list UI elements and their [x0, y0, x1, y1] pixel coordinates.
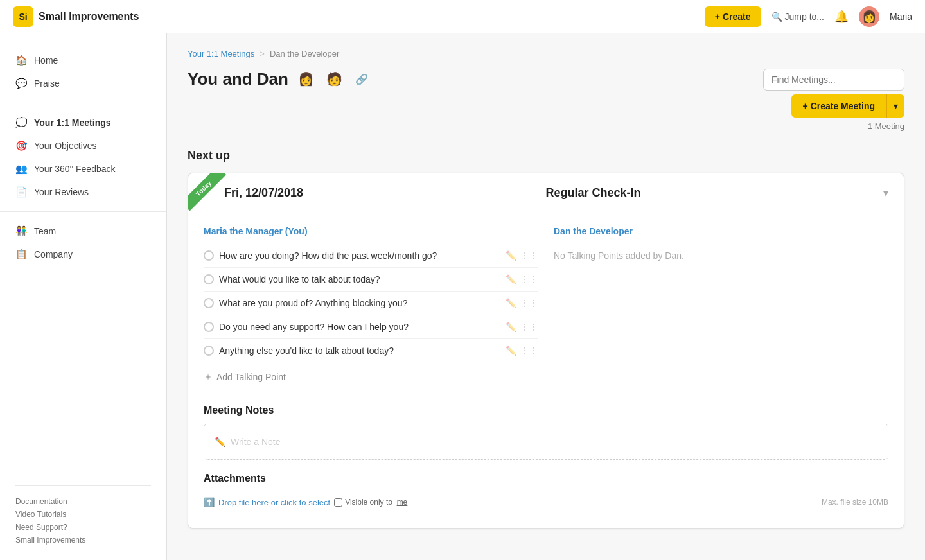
brand-section: Si Small Improvements	[13, 6, 139, 27]
page-title: You and Dan	[188, 69, 288, 89]
drag-icon-1[interactable]: ⋮⋮	[520, 274, 538, 284]
footer-link-video-tutorials[interactable]: Video Tutorials	[15, 510, 151, 519]
page-title-row: You and Dan 👩 🧑 🔗	[188, 69, 368, 89]
breadcrumb: Your 1:1 Meetings > Dan the Developer	[188, 49, 904, 58]
drop-file-label[interactable]: Drop file here or click to select	[218, 498, 330, 507]
sidebar-icon-reviews: 📄	[15, 186, 28, 198]
footer-link-documentation[interactable]: Documentation	[15, 497, 151, 506]
drag-icon-4[interactable]: ⋮⋮	[520, 346, 538, 356]
sidebar-item-reviews[interactable]: 📄Your Reviews	[0, 180, 166, 204]
meeting-card-header: Today Fri, 12/07/2018 Regular Check-In ▾	[188, 173, 904, 213]
sidebar-icon-home: 🏠	[15, 55, 28, 66]
user-avatar[interactable]: 👩	[859, 6, 879, 27]
today-badge: Today	[188, 173, 226, 211]
meeting-count: 1 Meeting	[868, 121, 904, 131]
create-meeting-wrapper: + Create Meeting ▾	[791, 94, 904, 118]
drag-icon-2[interactable]: ⋮⋮	[520, 298, 538, 308]
sidebar-icon-feedback: 👥	[15, 163, 28, 175]
sidebar-item-team[interactable]: 👫Team	[0, 220, 166, 243]
breadcrumb-parent[interactable]: Your 1:1 Meetings	[188, 49, 254, 58]
footer-link-need-support[interactable]: Need Support?	[15, 523, 151, 532]
drag-icon-0[interactable]: ⋮⋮	[520, 250, 538, 261]
today-badge-wrapper: Today	[188, 173, 229, 214]
drop-left: ⬆️ Drop file here or click to select Vis…	[204, 497, 407, 507]
pencil-icon: ✏️	[215, 437, 225, 447]
talking-points-list: How are you doing? How did the past week…	[204, 244, 538, 362]
sidebar-divider	[0, 211, 166, 212]
add-talking-point-button[interactable]: ＋ Add Talking Point	[204, 365, 538, 389]
main-content: Your 1:1 Meetings > Dan the Developer Yo…	[167, 33, 925, 560]
talking-point-checkbox-0[interactable]	[204, 250, 214, 261]
topnav: Si Small Improvements + Create 🔍 Jump to…	[0, 0, 925, 33]
talking-point-text-1: What would you like to talk about today?	[219, 274, 500, 284]
meeting-notes-title: Meeting Notes	[204, 405, 888, 416]
edit-icon-2[interactable]: ✏️	[506, 298, 516, 308]
user-name[interactable]: Maria	[890, 12, 912, 22]
visible-only-checkbox[interactable]	[334, 498, 342, 507]
create-meeting-dropdown[interactable]: ▾	[886, 94, 904, 118]
edit-icon-1[interactable]: ✏️	[506, 274, 516, 284]
edit-icon-0[interactable]: ✏️	[506, 250, 516, 261]
drag-icon-3[interactable]: ⋮⋮	[520, 322, 538, 332]
manager-column-header[interactable]: Maria the Manager (You)	[204, 226, 538, 236]
sidebar-icon-company: 📋	[15, 249, 28, 260]
upload-icon: ⬆️	[204, 497, 215, 507]
talking-point-text-2: What are you proud of? Anything blocking…	[219, 298, 500, 308]
talking-point-2: What are you proud of? Anything blocking…	[204, 292, 538, 315]
footer-link-small-improvements[interactable]: Small Improvements	[15, 536, 151, 545]
sidebar-label-team: Team	[34, 226, 56, 236]
add-talking-point-label: Add Talking Point	[216, 372, 286, 382]
meeting-date: Fri, 12/07/2018	[224, 186, 303, 200]
visible-only-prefix: Visible only to	[345, 498, 392, 507]
talking-point-actions-0: ✏️ ⋮⋮	[506, 250, 538, 261]
jump-to-label: Jump to...	[785, 12, 824, 22]
meeting-notes-input[interactable]: ✏️ Write a Note	[204, 424, 888, 460]
sidebar-nav: 🏠Home💬Praise💭Your 1:1 Meetings🎯Your Obje…	[0, 49, 166, 266]
notifications-icon[interactable]: 🔔	[834, 10, 849, 24]
avatar-manager: 👩	[296, 69, 317, 89]
visible-only-me: me	[397, 498, 408, 507]
talking-point-0: How are you doing? How did the past week…	[204, 244, 538, 268]
avatar-emoji: 👩	[862, 10, 876, 24]
talking-point-text-0: How are you doing? How did the past week…	[219, 250, 500, 261]
sidebar-icon-meetings: 💭	[15, 117, 28, 128]
brand-name: Small Improvements	[39, 11, 139, 22]
find-meetings-input[interactable]	[763, 69, 904, 91]
sidebar-item-feedback[interactable]: 👥Your 360° Feedback	[0, 157, 166, 180]
meeting-card: Today Fri, 12/07/2018 Regular Check-In ▾…	[188, 173, 904, 529]
link-icon[interactable]: 🔗	[355, 73, 368, 85]
meeting-type: Regular Check-In	[546, 186, 641, 200]
page-header: You and Dan 👩 🧑 🔗 + Create Meeting ▾ 1 M…	[188, 69, 904, 131]
create-button[interactable]: + Create	[705, 6, 761, 27]
search-icon: 🔍	[771, 12, 782, 22]
visible-only-checkbox-label[interactable]: Visible only to me	[334, 498, 407, 507]
sidebar-footer-divider	[15, 485, 151, 486]
sidebar-item-home[interactable]: 🏠Home	[0, 49, 166, 72]
talking-point-3: Do you need any support? How can I help …	[204, 315, 538, 339]
logo: Si	[13, 6, 33, 27]
section-title: Next up	[188, 149, 904, 162]
sidebar-item-praise[interactable]: 💬Praise	[0, 72, 166, 95]
jump-to-button[interactable]: 🔍 Jump to...	[771, 12, 824, 22]
sidebar-label-reviews: Your Reviews	[34, 187, 89, 197]
edit-icon-3[interactable]: ✏️	[506, 322, 516, 332]
edit-icon-4[interactable]: ✏️	[506, 346, 516, 356]
add-icon: ＋	[204, 371, 213, 383]
talking-point-checkbox-2[interactable]	[204, 298, 214, 308]
talking-point-checkbox-1[interactable]	[204, 274, 214, 284]
meeting-collapse-icon[interactable]: ▾	[883, 187, 888, 199]
talking-point-actions-4: ✏️ ⋮⋮	[506, 346, 538, 356]
talking-point-checkbox-3[interactable]	[204, 322, 214, 332]
manager-column: Maria the Manager (You) How are you doin…	[204, 226, 538, 389]
talking-point-checkbox-4[interactable]	[204, 346, 214, 356]
file-size-info: Max. file size 10MB	[822, 498, 888, 507]
sidebar-footer: DocumentationVideo TutorialsNeed Support…	[0, 462, 166, 560]
developer-column-header[interactable]: Dan the Developer	[554, 226, 888, 236]
create-meeting-button[interactable]: + Create Meeting	[791, 94, 886, 118]
sidebar-item-company[interactable]: 📋Company	[0, 243, 166, 266]
notes-placeholder: Write a Note	[231, 437, 281, 447]
sidebar-item-objectives[interactable]: 🎯Your Objectives	[0, 134, 166, 157]
sidebar-item-meetings[interactable]: 💭Your 1:1 Meetings	[0, 111, 166, 134]
avatar-developer: 🧑	[324, 69, 345, 89]
developer-column: Dan the Developer No Talking Points adde…	[554, 226, 888, 389]
